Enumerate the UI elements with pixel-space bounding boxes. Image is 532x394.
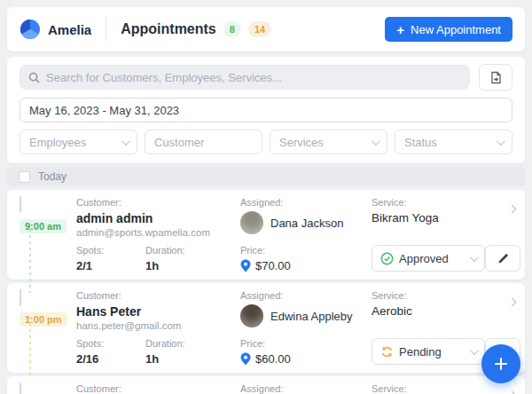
appointment-row: 1:00 pm Customer: Hans Peter hans.peter@… [7,283,525,373]
timeline-connector [29,229,31,293]
duration-value: 1h [145,352,185,366]
page-title: Appointments [121,21,216,37]
amelia-logo-icon [20,19,41,40]
export-icon [489,71,502,84]
export-button[interactable] [479,64,512,91]
row-checkbox[interactable] [20,196,21,213]
status-filter[interactable]: Status [395,130,512,154]
customer-label: Customer: [76,383,240,394]
service-name: Aerobic [372,304,412,318]
services-filter[interactable]: Services [270,130,387,154]
status-value: Approved [399,252,465,265]
refresh-icon [380,345,394,359]
group-header-today: Today [7,167,525,186]
duration-label: Duration: [145,338,185,350]
assigned-block: Assigned: Edwina Appleby [240,290,372,332]
service-block: Service: Aerobic [372,290,532,332]
customer-email: hans.peter@gmail.com [76,320,240,332]
row-checkbox[interactable] [20,382,21,394]
customer-block: Customer: John Doe johndoe@gmail.com [76,383,240,394]
edit-button[interactable] [485,245,520,272]
search-box[interactable] [20,65,470,90]
duration-value: 1h [145,259,185,272]
time-cell: 9:00 pm [7,383,76,394]
pencil-icon [497,253,509,264]
chevron-down-icon [470,346,479,355]
group-checkbox[interactable] [19,171,30,183]
check-circle-icon [380,252,394,265]
assigned-block: Assigned: Andrea Barber [240,383,372,394]
price-label: Price: [240,245,372,256]
assigned-block: Assigned: Dana Jackson [240,197,372,239]
avatar [240,211,263,234]
status-select[interactable]: Approved [372,245,485,272]
appointments-list: 9:00 am Customer: admin admin admin@spor… [0,190,532,394]
filters-panel: May 16, 2023 - May 31, 2023 Employees Cu… [7,57,525,163]
row-checkbox[interactable] [20,289,21,306]
approved-count-badge: 8 [223,21,241,37]
add-appointment-fab[interactable] [481,344,520,383]
price-value: $60.00 [255,352,291,366]
customer-filter[interactable]: Customer [145,130,262,154]
brand: Amelia [20,19,91,40]
avatar [240,304,263,327]
new-appointment-label: New Appointment [411,23,501,36]
duration-label: Duration: [145,245,185,256]
timeline-connector [29,317,31,377]
customer-block: Customer: Hans Peter hans.peter@gmail.co… [76,290,240,332]
customer-label: Customer: [76,197,240,209]
employees-filter-label: Employees [29,136,86,149]
date-range-input[interactable]: May 16, 2023 - May 31, 2023 [20,98,512,122]
service-block: Service: Bikram Yoga [372,197,532,239]
chevron-down-icon [497,137,505,146]
assigned-label: Assigned: [240,197,372,209]
employees-filter[interactable]: Employees [20,130,137,154]
chevron-down-icon [121,137,130,146]
assigned-label: Assigned: [240,383,372,394]
customer-name: admin admin [76,211,240,225]
service-block: Service: Online Meditation [372,383,532,394]
plus-icon [494,357,508,371]
service-label: Service: [372,197,532,209]
appointment-row: 9:00 pm Customer: John Doe johndoe@gmail… [7,376,525,394]
time-cell: 1:00 pm [7,290,76,366]
time-cell: 9:00 am [7,197,76,272]
time-badge: 9:00 am [20,219,66,233]
new-appointment-button[interactable]: + New Appointment [385,17,512,42]
services-filter-label: Services [279,136,324,149]
location-pin-icon [240,352,251,366]
service-name: Bikram Yoga [372,211,439,225]
app-header: Amelia Appointments 8 14 + New Appointme… [7,7,525,51]
plus-icon: + [396,23,404,36]
price-block: Price: $70.00 [240,245,372,272]
location-pin-icon [240,259,251,272]
chevron-down-icon [470,253,479,262]
assigned-name: Edwina Appleby [270,310,353,323]
spots-label: Spots: [76,245,145,256]
service-label: Service: [372,383,532,394]
customer-block: Customer: admin admin admin@sports.wpame… [76,197,240,239]
status-block: Approved [372,245,532,272]
spots-value: 2/1 [76,259,145,272]
time-badge: 1:00 pm [20,312,67,327]
header-divider [106,18,106,41]
date-range-value: May 16, 2023 - May 31, 2023 [29,104,179,117]
spots-label: Spots: [76,338,145,350]
pending-count-badge: 14 [248,21,271,37]
assigned-name: Dana Jackson [270,217,343,230]
customer-filter-label: Customer [154,136,204,149]
status-select[interactable]: Pending [372,338,485,365]
spots-value: 2/16 [76,352,145,366]
chevron-down-icon [372,137,380,146]
search-icon [28,72,40,83]
price-value: $70.00 [255,259,291,272]
price-label: Price: [240,338,372,350]
appointment-row: 9:00 am Customer: admin admin admin@spor… [7,190,525,280]
spots-duration-block: Spots: 2/16 Duration: 1h [76,338,240,366]
customer-email: admin@sports.wpamelia.com [76,227,240,239]
brand-name: Amelia [48,22,91,37]
status-filter-label: Status [404,136,437,149]
group-label: Today [38,170,66,183]
customer-name: Hans Peter [76,304,240,319]
search-input[interactable] [46,71,461,84]
